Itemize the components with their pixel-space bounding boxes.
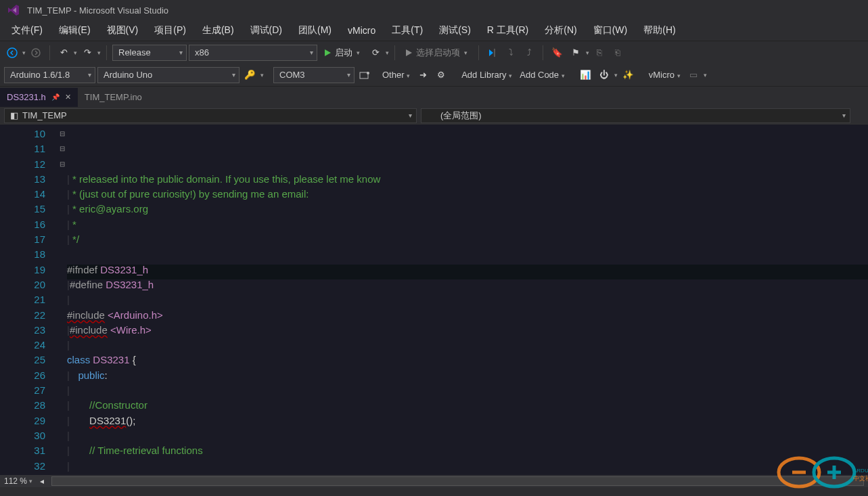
navigation-bar: ◧ TIM_TEMP (全局范围) bbox=[0, 107, 868, 125]
svg-point-4 bbox=[367, 72, 369, 74]
add-library-menu[interactable]: Add Library ▾ bbox=[459, 70, 515, 80]
code-area[interactable]: | * released into the public domain. If … bbox=[67, 125, 868, 475]
refresh-button[interactable]: ⟳ bbox=[367, 45, 384, 61]
board-dropdown[interactable]: Arduino Uno bbox=[97, 67, 239, 83]
undo-button[interactable]: ↶ bbox=[55, 45, 72, 61]
main-toolbar: ▾ ↶▾ ↷▾ Release x86 启动 ▾ ⟳▾ 选择启动项 ▾ ⤵ ⤴ … bbox=[0, 41, 868, 64]
play-icon bbox=[325, 49, 331, 56]
serial-monitor-icon[interactable] bbox=[357, 67, 373, 83]
scroll-left-icon[interactable]: ◂ bbox=[37, 476, 47, 486]
menu-窗口w[interactable]: 窗口(W) bbox=[585, 22, 636, 39]
nav-back-button[interactable] bbox=[4, 45, 20, 61]
select-startup-button[interactable]: 选择启动项 ▾ bbox=[401, 45, 473, 61]
editor-status-bar: 112 % ▾ ◂ bbox=[0, 475, 868, 487]
vmicro-menu[interactable]: vMicro ▾ bbox=[646, 70, 683, 80]
menu-生成b[interactable]: 生成(B) bbox=[194, 22, 242, 39]
fold-column[interactable]: ⊟⊟⊟ bbox=[58, 125, 67, 475]
horizontal-scrollbar[interactable] bbox=[51, 476, 864, 486]
step-out-icon[interactable]: ⤴ bbox=[521, 45, 537, 61]
search-icon[interactable]: 🔑 bbox=[242, 67, 258, 83]
nav-forward-button[interactable] bbox=[28, 45, 44, 61]
platform-dropdown[interactable]: x86 bbox=[189, 45, 317, 61]
comment-icon[interactable]: ⎘ bbox=[591, 45, 608, 61]
menu-测试s[interactable]: 测试(S) bbox=[431, 22, 479, 39]
vmicro-toolbar: Arduino 1.6/1.8 Arduino Uno 🔑▾ COM3 Othe… bbox=[0, 64, 868, 87]
file-tab-label: DS3231.h bbox=[7, 92, 46, 102]
menu-项目p[interactable]: 项目(P) bbox=[146, 22, 194, 39]
vmicro-sub-icon[interactable]: ▭ bbox=[685, 67, 702, 83]
line-number-gutter: 1011121314151617181920212223242526272829… bbox=[0, 125, 58, 475]
menu-视图v[interactable]: 视图(V) bbox=[99, 22, 147, 39]
svg-point-1 bbox=[32, 49, 40, 57]
pin-icon[interactable]: 📌 bbox=[51, 93, 60, 101]
add-code-menu[interactable]: Add Code ▾ bbox=[517, 70, 567, 80]
menu-文件f[interactable]: 文件(F) bbox=[3, 22, 51, 39]
project-crumb[interactable]: ◧ TIM_TEMP bbox=[4, 108, 417, 123]
wand-icon[interactable]: ✨ bbox=[620, 67, 637, 83]
port-dropdown[interactable]: COM3 bbox=[273, 67, 355, 83]
select-startup-label: 选择启动项 bbox=[416, 47, 460, 59]
chart-icon[interactable]: 📊 bbox=[577, 67, 594, 83]
play-outline-icon bbox=[406, 49, 412, 56]
menu-帮助h[interactable]: 帮助(H) bbox=[635, 22, 683, 39]
menu-r 工具r[interactable]: R 工具(R) bbox=[479, 22, 536, 39]
file-tab-label: TIM_TEMP.ino bbox=[85, 92, 142, 102]
svg-rect-2 bbox=[494, 49, 495, 57]
settings-icon[interactable]: ⚙ bbox=[433, 67, 449, 83]
menu-分析n[interactable]: 分析(N) bbox=[536, 22, 585, 39]
power-icon[interactable]: ⏻ bbox=[596, 67, 612, 83]
board-version-dropdown[interactable]: Arduino 1.6/1.8 bbox=[4, 67, 95, 83]
step-over-icon[interactable]: ⤵ bbox=[503, 45, 519, 61]
vs-logo-icon bbox=[4, 1, 23, 20]
other-menu[interactable]: Other ▾ bbox=[380, 70, 413, 80]
start-button[interactable]: 启动 ▾ bbox=[319, 45, 365, 61]
close-icon[interactable]: ✕ bbox=[65, 93, 71, 102]
menubar: 文件(F)编辑(E)视图(V)项目(P)生成(B)调试(D)团队(M)vMicr… bbox=[0, 20, 868, 41]
step-into-icon[interactable] bbox=[484, 45, 501, 61]
menu-团队m[interactable]: 团队(M) bbox=[290, 22, 340, 39]
config-dropdown[interactable]: Release bbox=[112, 45, 187, 61]
titlebar: TIM_TEMP - Microsoft Visual Studio bbox=[0, 0, 868, 20]
menu-调试d[interactable]: 调试(D) bbox=[242, 22, 290, 39]
file-tab-bar: DS3231.h 📌 ✕ TIM_TEMP.ino bbox=[0, 87, 868, 107]
file-tab-timtemp[interactable]: TIM_TEMP.ino bbox=[78, 88, 149, 107]
zoom-level[interactable]: 112 % ▾ bbox=[4, 476, 32, 486]
project-icon: ◧ bbox=[10, 110, 18, 120]
window-title: TIM_TEMP - Microsoft Visual Studio bbox=[27, 5, 168, 16]
uncomment-icon[interactable]: ⎗ bbox=[610, 45, 626, 61]
menu-编辑e[interactable]: 编辑(E) bbox=[51, 22, 99, 39]
arrow-icon[interactable]: ➜ bbox=[415, 67, 431, 83]
svg-point-0 bbox=[7, 48, 17, 58]
flag-icon[interactable]: ⚑ bbox=[568, 45, 584, 61]
menu-vmicro[interactable]: vMicro bbox=[340, 22, 384, 39]
menu-工具t[interactable]: 工具(T) bbox=[384, 22, 431, 39]
code-editor[interactable]: 1011121314151617181920212223242526272829… bbox=[0, 125, 868, 475]
start-label: 启动 bbox=[335, 47, 352, 59]
scope-crumb[interactable]: (全局范围) bbox=[421, 108, 850, 123]
redo-button[interactable]: ↷ bbox=[79, 45, 95, 61]
bookmark-icon[interactable]: 🔖 bbox=[549, 45, 566, 61]
file-tab-ds3231[interactable]: DS3231.h 📌 ✕ bbox=[0, 88, 78, 107]
